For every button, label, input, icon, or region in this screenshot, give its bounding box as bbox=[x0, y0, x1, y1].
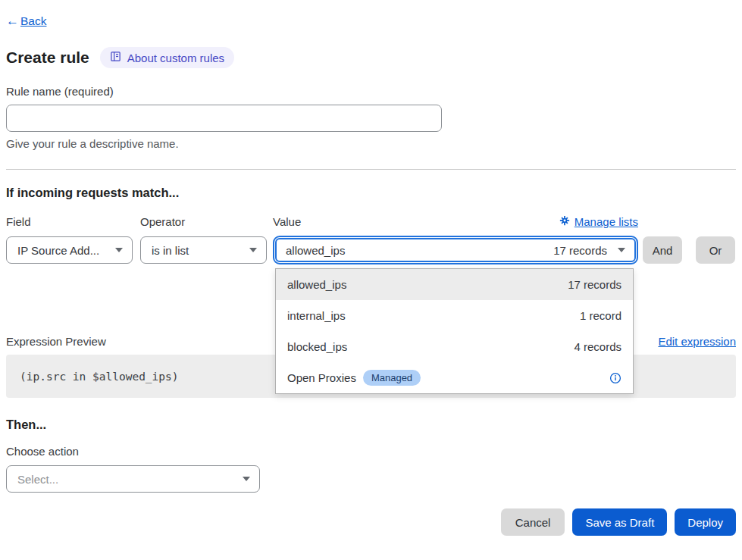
value-select-meta: 17 records bbox=[553, 244, 607, 257]
rule-name-helper: Give your rule a descriptive name. bbox=[6, 137, 736, 150]
rule-name-label: Rule name (required) bbox=[6, 85, 736, 98]
expression-preview-label: Expression Preview bbox=[6, 335, 106, 348]
expression-code: (ip.src in $allowed_ips) bbox=[20, 371, 179, 383]
option-name: allowed_ips bbox=[287, 278, 346, 291]
chevron-down-icon bbox=[243, 477, 250, 481]
option-meta: 4 records bbox=[574, 340, 621, 353]
option-meta: 17 records bbox=[568, 278, 621, 291]
option-name: blocked_ips bbox=[287, 340, 347, 353]
save-as-draft-button[interactable]: Save as Draft bbox=[572, 508, 667, 536]
dropdown-option-blocked-ips[interactable]: blocked_ips 4 records bbox=[276, 331, 633, 362]
back-link[interactable]: ← Back bbox=[6, 14, 46, 29]
field-select-value: IP Source Add... bbox=[17, 244, 99, 257]
value-label: Value bbox=[273, 215, 301, 228]
back-link-label: Back bbox=[20, 14, 46, 28]
page-header: Create rule About custom rules bbox=[6, 47, 736, 68]
option-meta: 1 record bbox=[580, 309, 621, 322]
match-labels-row: Field Operator Value bbox=[6, 215, 736, 228]
edit-expression-link[interactable]: Edit expression bbox=[658, 335, 736, 348]
book-icon bbox=[110, 51, 121, 64]
create-rule-page: ← Back Create rule About custom rules Ru… bbox=[0, 0, 742, 560]
back-arrow-icon: ← bbox=[6, 14, 19, 29]
and-button[interactable]: And bbox=[643, 236, 682, 264]
about-custom-rules-label: About custom rules bbox=[127, 52, 224, 64]
operator-label: Operator bbox=[140, 215, 273, 228]
or-button[interactable]: Or bbox=[696, 236, 735, 264]
chevron-down-icon bbox=[249, 248, 257, 252]
value-select[interactable]: allowed_ips 17 records bbox=[275, 238, 636, 262]
info-icon[interactable] bbox=[609, 372, 621, 384]
action-select-placeholder: Select... bbox=[17, 473, 58, 486]
page-title: Create rule bbox=[6, 48, 89, 67]
match-section-heading: If incoming requests match... bbox=[6, 186, 736, 200]
field-select[interactable]: IP Source Add... bbox=[6, 236, 133, 264]
action-select[interactable]: Select... bbox=[6, 465, 260, 493]
chevron-down-icon bbox=[618, 248, 625, 252]
then-section-heading: Then... bbox=[6, 418, 736, 432]
option-name: internal_ips bbox=[287, 309, 346, 322]
cancel-button[interactable]: Cancel bbox=[501, 508, 565, 536]
deploy-button[interactable]: Deploy bbox=[675, 508, 736, 536]
value-select-focus-ring: allowed_ips 17 records allowed_ips 17 re… bbox=[273, 236, 638, 264]
dropdown-option-internal-ips[interactable]: internal_ips 1 record bbox=[276, 300, 633, 331]
footer-actions: Cancel Save as Draft Deploy bbox=[6, 508, 736, 536]
choose-action-label: Choose action bbox=[6, 445, 736, 458]
managed-badge: Managed bbox=[363, 370, 421, 386]
gear-icon bbox=[559, 215, 570, 228]
section-divider bbox=[6, 169, 736, 170]
match-controls-row: IP Source Add... is in list allowed_ips … bbox=[6, 236, 736, 264]
rule-name-input[interactable] bbox=[6, 105, 442, 132]
chevron-down-icon bbox=[115, 248, 123, 252]
field-label: Field bbox=[6, 215, 140, 228]
operator-select-value: is in list bbox=[152, 244, 189, 257]
about-custom-rules-link[interactable]: About custom rules bbox=[100, 47, 234, 68]
dropdown-option-open-proxies[interactable]: Open Proxies Managed bbox=[276, 362, 633, 393]
list-dropdown: allowed_ips 17 records internal_ips 1 re… bbox=[275, 268, 634, 394]
manage-lists-label: Manage lists bbox=[575, 215, 638, 228]
option-name: Open Proxies bbox=[287, 371, 356, 384]
manage-lists-link[interactable]: Manage lists bbox=[559, 215, 638, 228]
operator-select[interactable]: is in list bbox=[140, 236, 267, 264]
dropdown-option-allowed-ips[interactable]: allowed_ips 17 records bbox=[276, 269, 633, 300]
value-select-value: allowed_ips bbox=[286, 244, 345, 257]
